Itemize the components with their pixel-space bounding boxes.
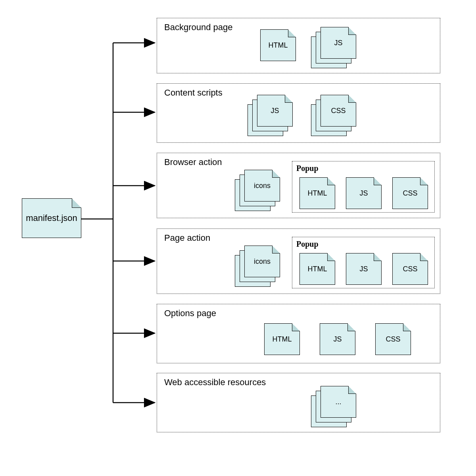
file-icon: CSS bbox=[392, 177, 428, 209]
component-box-web-accessible-resources: Web accessible resources ... bbox=[157, 373, 440, 432]
file-icon: HTML bbox=[299, 177, 335, 209]
component-box-options-page: Options page HTML JS CSS bbox=[157, 304, 440, 363]
component-title: Web accessible resources bbox=[164, 377, 266, 388]
diagram-canvas: manifest.json Background page HTML JS Co… bbox=[0, 0, 476, 476]
file-label: CSS bbox=[392, 189, 428, 198]
file-icon: JS bbox=[346, 253, 382, 285]
file-label: JS bbox=[257, 107, 293, 115]
file-icon: icons bbox=[244, 246, 280, 277]
component-title: Options page bbox=[164, 308, 216, 319]
component-box-browser-action: Browser action icons Popup HTML JS CSS bbox=[157, 153, 440, 218]
popup-title: Popup bbox=[296, 164, 319, 173]
component-title: Browser action bbox=[164, 157, 222, 167]
file-icon: HTML bbox=[264, 323, 300, 355]
file-label: JS bbox=[320, 335, 355, 344]
file-icon: JS bbox=[321, 27, 356, 59]
file-icon: HTML bbox=[299, 253, 335, 285]
component-box-page-action: Page action icons Popup HTML JS CSS bbox=[157, 228, 440, 294]
file-label: HTML bbox=[299, 189, 335, 198]
file-label: JS bbox=[321, 39, 356, 47]
file-icon: JS bbox=[320, 323, 355, 355]
file-icon: icons bbox=[244, 170, 280, 202]
file-icon: JS bbox=[257, 95, 293, 127]
file-icon: CSS bbox=[321, 95, 356, 127]
component-box-content-scripts: Content scripts JS CSS bbox=[157, 83, 440, 143]
file-label: JS bbox=[346, 265, 382, 273]
component-title: Content scripts bbox=[164, 88, 223, 98]
file-label: HTML bbox=[264, 335, 300, 344]
file-label: CSS bbox=[392, 265, 428, 273]
file-label: CSS bbox=[375, 335, 411, 344]
manifest-file-label: manifest.json bbox=[22, 213, 81, 223]
file-label: HTML bbox=[299, 265, 335, 273]
file-label: JS bbox=[346, 189, 382, 198]
file-icon: HTML bbox=[260, 29, 296, 61]
file-label: icons bbox=[244, 257, 280, 266]
popup-title: Popup bbox=[296, 240, 319, 249]
file-label: CSS bbox=[321, 107, 356, 115]
file-icon: ... bbox=[321, 386, 356, 418]
file-label: HTML bbox=[260, 41, 296, 50]
component-title: Background page bbox=[164, 22, 232, 33]
file-icon: CSS bbox=[375, 323, 411, 355]
manifest-file-icon: manifest.json bbox=[22, 198, 81, 238]
file-icon: JS bbox=[346, 177, 382, 209]
file-icon: CSS bbox=[392, 253, 428, 285]
popup-box: Popup HTML JS CSS bbox=[292, 161, 435, 213]
file-label: ... bbox=[321, 398, 356, 406]
popup-box: Popup HTML JS CSS bbox=[292, 237, 435, 288]
file-label: icons bbox=[244, 182, 280, 190]
component-box-background-page: Background page HTML JS bbox=[157, 18, 440, 73]
component-title: Page action bbox=[164, 233, 210, 243]
